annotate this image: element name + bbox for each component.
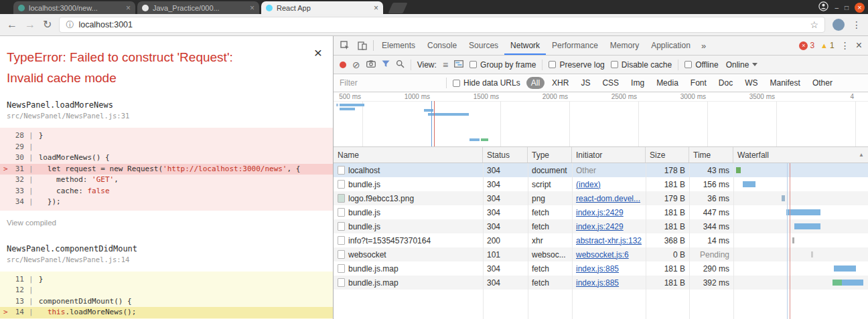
code-line: 28|} [0, 130, 333, 142]
clear-button[interactable]: ⊘ [352, 60, 360, 70]
resource-type-icon [338, 278, 345, 287]
filter-pill[interactable]: CSS [597, 77, 624, 89]
new-tab-button[interactable] [388, 3, 407, 13]
request-initiator-link[interactable]: index.js:2429 [576, 222, 624, 231]
network-request-row[interactable]: bundle.js 304 fetch index.js:2429 181 B … [334, 219, 868, 233]
devtools-tab[interactable]: Memory [604, 36, 645, 55]
request-initiator-link[interactable]: abstract-xhr.js:132 [576, 236, 642, 245]
filter-pill[interactable]: Other [808, 77, 837, 89]
more-tabs-icon[interactable]: » [697, 36, 711, 55]
column-header-initiator[interactable]: Initiator [572, 147, 646, 163]
network-request-row[interactable]: bundle.js 304 fetch index.js:2429 181 B … [334, 205, 868, 219]
column-header-waterfall[interactable]: Waterfall ▲ [733, 147, 868, 163]
filter-pill[interactable]: Manifest [766, 77, 805, 89]
filter-pill[interactable]: Img [626, 77, 649, 89]
view-timeline-icon[interactable] [454, 60, 463, 70]
tab-close-icon[interactable]: × [374, 4, 378, 12]
resource-type-icon [338, 264, 345, 273]
request-initiator-link[interactable]: index.js:2429 [576, 208, 624, 217]
disable-cache-label: Disable cache [622, 60, 672, 70]
devtools-menu-icon[interactable]: ⋮ [841, 40, 850, 51]
timeline-gridline [638, 101, 639, 146]
overlay-close-icon[interactable]: × [314, 45, 322, 60]
devtools-tab[interactable]: Sources [463, 36, 504, 55]
address-bar[interactable]: ⓘ localhost:3001 ☆ [59, 17, 825, 33]
disable-cache-checkbox[interactable]: Disable cache [611, 60, 672, 70]
column-header-name[interactable]: Name [334, 147, 483, 163]
column-header-time[interactable]: Time [689, 147, 733, 163]
browser-profile-icon[interactable] [818, 1, 828, 14]
filter-pill[interactable]: WS [740, 77, 762, 89]
devtools-close-icon[interactable]: × [856, 39, 862, 51]
filter-pill[interactable]: All [526, 77, 545, 89]
capture-screenshots-icon[interactable] [366, 60, 376, 70]
devtools-tab[interactable]: Network [504, 36, 546, 55]
bookmark-star-icon[interactable]: ☆ [810, 19, 818, 30]
minimize-icon[interactable]: – [835, 3, 839, 13]
inspect-element-icon[interactable] [336, 41, 354, 50]
devtools-tab[interactable]: Elements [376, 36, 421, 55]
network-request-row[interactable]: bundle.js 304 script (index) 181 B 156 m… [334, 177, 868, 191]
preserve-log-checkbox[interactable]: Preserve log [549, 60, 604, 70]
search-icon[interactable] [396, 60, 405, 70]
request-initiator-link[interactable]: react-dom.devel... [576, 194, 640, 203]
filter-pill[interactable]: JS [576, 77, 595, 89]
device-toolbar-icon[interactable] [354, 41, 371, 50]
reload-icon[interactable]: ↻ [43, 19, 52, 30]
view-list-icon[interactable]: ≡ [443, 60, 448, 70]
window-close-icon[interactable]: × [855, 3, 865, 13]
network-request-row[interactable]: bundle.js.map 304 fetch index.js:885 181… [334, 261, 868, 276]
browser-tab[interactable]: localhost:3000/new... × [13, 1, 135, 14]
request-name: logo.f9ebcc13.png [348, 194, 414, 203]
forward-icon[interactable]: → [25, 19, 35, 30]
react-error-overlay: TypeError: Failed to construct 'Request'… [0, 36, 333, 319]
request-status: 101 [483, 247, 528, 261]
tab-close-icon[interactable]: × [126, 4, 131, 12]
request-initiator-link[interactable]: websocket.js:6 [576, 250, 629, 259]
info-icon[interactable]: ⓘ [66, 19, 74, 31]
network-request-row[interactable]: bundle.js.map 304 fetch index.js:885 181… [334, 276, 868, 290]
devtools-tab[interactable]: Performance [546, 36, 604, 55]
column-header-status[interactable]: Status [483, 147, 528, 163]
console-error-badge[interactable]: × 3 [799, 41, 814, 50]
browser-tab[interactable]: React App × [261, 1, 383, 14]
timeline-gridline [707, 101, 708, 146]
throttling-select[interactable]: Online [726, 60, 758, 70]
record-button[interactable] [340, 62, 346, 68]
request-initiator-link[interactable]: index.js:885 [576, 264, 619, 274]
filter-pill[interactable]: Font [686, 77, 711, 89]
divider [411, 60, 411, 70]
network-request-row[interactable]: localhost 304 document Other 178 B 43 ms [334, 163, 868, 177]
network-request-row[interactable]: info?t=1535457370164 200 xhr abstract-xh… [334, 233, 868, 247]
devtools-tab[interactable]: Console [421, 36, 463, 55]
browser-tab[interactable]: Java_Practice/000... × [137, 1, 259, 14]
request-initiator-link[interactable]: index.js:885 [576, 278, 619, 288]
request-size: 0 B [646, 247, 689, 261]
filter-pill[interactable]: Media [652, 77, 683, 89]
request-name: bundle.js.map [348, 278, 399, 288]
hide-data-urls-checkbox[interactable]: Hide data URLs [453, 78, 520, 88]
filter-pill[interactable]: Doc [714, 77, 737, 89]
network-request-row[interactable]: websocket 101 websoc... websocket.js:6 0… [334, 247, 868, 261]
request-initiator-link[interactable]: (index) [576, 180, 601, 189]
column-header-size[interactable]: Size [646, 147, 689, 163]
offline-label: Offline [695, 60, 718, 70]
network-overview-timeline[interactable]: 500 ms 1000 ms 1500 ms [334, 92, 868, 147]
request-status: 304 [483, 276, 528, 290]
browser-menu-icon[interactable]: ⋮ [852, 19, 861, 30]
group-by-frame-checkbox[interactable]: Group by frame [469, 60, 536, 70]
offline-checkbox[interactable]: Offline [684, 60, 718, 70]
request-time: 156 ms [689, 177, 733, 191]
console-warning-badge[interactable]: ▲ 1 [820, 41, 835, 50]
column-header-type[interactable]: Type [528, 147, 572, 163]
maximize-icon[interactable]: □ [845, 3, 849, 13]
tab-close-icon[interactable]: × [250, 4, 255, 12]
filter-icon[interactable] [382, 60, 390, 70]
avatar[interactable] [833, 19, 845, 31]
filter-input[interactable] [340, 78, 440, 88]
network-request-row[interactable]: logo.f9ebcc13.png 304 png react-dom.deve… [334, 191, 868, 205]
back-icon[interactable]: ← [7, 19, 17, 30]
view-compiled-link[interactable]: View compiled [7, 219, 56, 227]
filter-pill[interactable]: XHR [547, 77, 573, 89]
devtools-tab[interactable]: Application [645, 36, 697, 55]
